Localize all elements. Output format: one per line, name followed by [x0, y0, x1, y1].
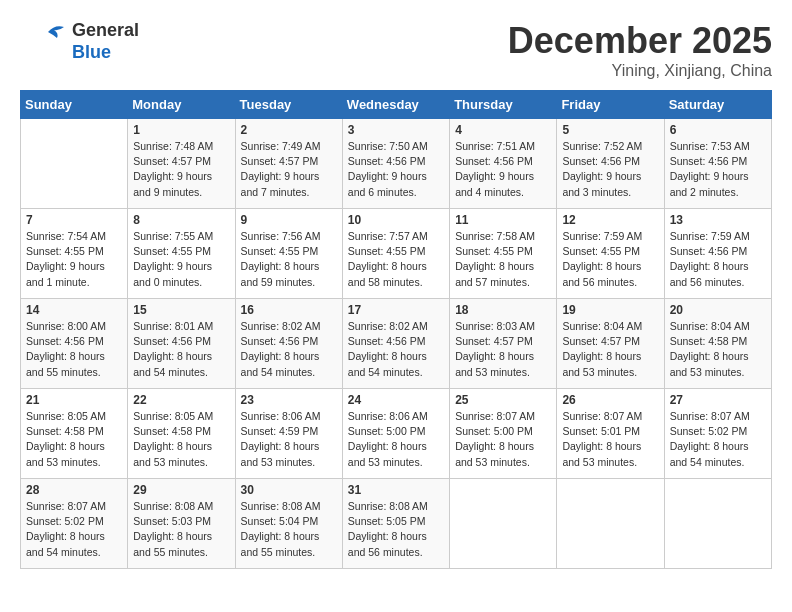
calendar-cell: 8Sunrise: 7:55 AM Sunset: 4:55 PM Daylig…: [128, 209, 235, 299]
day-number: 5: [562, 123, 658, 137]
calendar-cell: 22Sunrise: 8:05 AM Sunset: 4:58 PM Dayli…: [128, 389, 235, 479]
day-info: Sunrise: 7:59 AM Sunset: 4:56 PM Dayligh…: [670, 229, 766, 290]
calendar-cell: [664, 479, 771, 569]
day-number: 26: [562, 393, 658, 407]
calendar-cell: 11Sunrise: 7:58 AM Sunset: 4:55 PM Dayli…: [450, 209, 557, 299]
day-info: Sunrise: 7:55 AM Sunset: 4:55 PM Dayligh…: [133, 229, 229, 290]
calendar-cell: 4Sunrise: 7:51 AM Sunset: 4:56 PM Daylig…: [450, 119, 557, 209]
day-number: 19: [562, 303, 658, 317]
day-info: Sunrise: 8:03 AM Sunset: 4:57 PM Dayligh…: [455, 319, 551, 380]
weekday-header: Thursday: [450, 91, 557, 119]
weekday-header: Monday: [128, 91, 235, 119]
day-number: 24: [348, 393, 444, 407]
calendar-cell: 9Sunrise: 7:56 AM Sunset: 4:55 PM Daylig…: [235, 209, 342, 299]
calendar-cell: 23Sunrise: 8:06 AM Sunset: 4:59 PM Dayli…: [235, 389, 342, 479]
calendar-table: SundayMondayTuesdayWednesdayThursdayFrid…: [20, 90, 772, 569]
day-info: Sunrise: 7:58 AM Sunset: 4:55 PM Dayligh…: [455, 229, 551, 290]
calendar-cell: 14Sunrise: 8:00 AM Sunset: 4:56 PM Dayli…: [21, 299, 128, 389]
day-number: 17: [348, 303, 444, 317]
calendar-cell: 25Sunrise: 8:07 AM Sunset: 5:00 PM Dayli…: [450, 389, 557, 479]
day-info: Sunrise: 8:00 AM Sunset: 4:56 PM Dayligh…: [26, 319, 122, 380]
day-number: 16: [241, 303, 337, 317]
calendar-cell: 27Sunrise: 8:07 AM Sunset: 5:02 PM Dayli…: [664, 389, 771, 479]
day-info: Sunrise: 7:57 AM Sunset: 4:55 PM Dayligh…: [348, 229, 444, 290]
calendar-cell: 28Sunrise: 8:07 AM Sunset: 5:02 PM Dayli…: [21, 479, 128, 569]
calendar-cell: 18Sunrise: 8:03 AM Sunset: 4:57 PM Dayli…: [450, 299, 557, 389]
month-title: December 2025: [508, 20, 772, 62]
calendar-cell: 20Sunrise: 8:04 AM Sunset: 4:58 PM Dayli…: [664, 299, 771, 389]
day-number: 15: [133, 303, 229, 317]
calendar-cell: 6Sunrise: 7:53 AM Sunset: 4:56 PM Daylig…: [664, 119, 771, 209]
day-number: 12: [562, 213, 658, 227]
day-info: Sunrise: 8:04 AM Sunset: 4:58 PM Dayligh…: [670, 319, 766, 380]
day-number: 29: [133, 483, 229, 497]
logo-line1: General: [72, 20, 139, 42]
day-info: Sunrise: 8:05 AM Sunset: 4:58 PM Dayligh…: [133, 409, 229, 470]
calendar-cell: 2Sunrise: 7:49 AM Sunset: 4:57 PM Daylig…: [235, 119, 342, 209]
day-number: 6: [670, 123, 766, 137]
calendar-cell: 30Sunrise: 8:08 AM Sunset: 5:04 PM Dayli…: [235, 479, 342, 569]
calendar-cell: 10Sunrise: 7:57 AM Sunset: 4:55 PM Dayli…: [342, 209, 449, 299]
day-number: 8: [133, 213, 229, 227]
logo-container: General Blue: [20, 20, 139, 65]
calendar-cell: 31Sunrise: 8:08 AM Sunset: 5:05 PM Dayli…: [342, 479, 449, 569]
day-number: 23: [241, 393, 337, 407]
day-number: 20: [670, 303, 766, 317]
calendar-cell: 12Sunrise: 7:59 AM Sunset: 4:55 PM Dayli…: [557, 209, 664, 299]
day-number: 2: [241, 123, 337, 137]
logo: General Blue: [20, 20, 139, 65]
day-info: Sunrise: 7:48 AM Sunset: 4:57 PM Dayligh…: [133, 139, 229, 200]
day-number: 9: [241, 213, 337, 227]
day-info: Sunrise: 8:07 AM Sunset: 5:00 PM Dayligh…: [455, 409, 551, 470]
day-info: Sunrise: 8:07 AM Sunset: 5:01 PM Dayligh…: [562, 409, 658, 470]
calendar-cell: [450, 479, 557, 569]
day-number: 14: [26, 303, 122, 317]
day-number: 10: [348, 213, 444, 227]
day-number: 11: [455, 213, 551, 227]
calendar-cell: 24Sunrise: 8:06 AM Sunset: 5:00 PM Dayli…: [342, 389, 449, 479]
calendar-cell: 17Sunrise: 8:02 AM Sunset: 4:56 PM Dayli…: [342, 299, 449, 389]
day-info: Sunrise: 7:49 AM Sunset: 4:57 PM Dayligh…: [241, 139, 337, 200]
day-info: Sunrise: 7:53 AM Sunset: 4:56 PM Dayligh…: [670, 139, 766, 200]
calendar-cell: [557, 479, 664, 569]
weekday-header: Saturday: [664, 91, 771, 119]
day-info: Sunrise: 8:08 AM Sunset: 5:05 PM Dayligh…: [348, 499, 444, 560]
day-number: 7: [26, 213, 122, 227]
logo-bird-icon: [20, 20, 70, 65]
calendar-cell: 1Sunrise: 7:48 AM Sunset: 4:57 PM Daylig…: [128, 119, 235, 209]
day-info: Sunrise: 7:50 AM Sunset: 4:56 PM Dayligh…: [348, 139, 444, 200]
day-info: Sunrise: 8:07 AM Sunset: 5:02 PM Dayligh…: [670, 409, 766, 470]
day-number: 27: [670, 393, 766, 407]
calendar-cell: 26Sunrise: 8:07 AM Sunset: 5:01 PM Dayli…: [557, 389, 664, 479]
location: Yining, Xinjiang, China: [508, 62, 772, 80]
day-number: 28: [26, 483, 122, 497]
day-info: Sunrise: 8:02 AM Sunset: 4:56 PM Dayligh…: [348, 319, 444, 380]
calendar-cell: 13Sunrise: 7:59 AM Sunset: 4:56 PM Dayli…: [664, 209, 771, 299]
day-number: 22: [133, 393, 229, 407]
calendar-cell: 19Sunrise: 8:04 AM Sunset: 4:57 PM Dayli…: [557, 299, 664, 389]
day-info: Sunrise: 8:02 AM Sunset: 4:56 PM Dayligh…: [241, 319, 337, 380]
calendar-cell: [21, 119, 128, 209]
day-info: Sunrise: 7:59 AM Sunset: 4:55 PM Dayligh…: [562, 229, 658, 290]
calendar-header: SundayMondayTuesdayWednesdayThursdayFrid…: [21, 91, 772, 119]
day-info: Sunrise: 8:08 AM Sunset: 5:03 PM Dayligh…: [133, 499, 229, 560]
day-number: 25: [455, 393, 551, 407]
day-number: 31: [348, 483, 444, 497]
day-number: 13: [670, 213, 766, 227]
day-info: Sunrise: 8:06 AM Sunset: 4:59 PM Dayligh…: [241, 409, 337, 470]
calendar-cell: 15Sunrise: 8:01 AM Sunset: 4:56 PM Dayli…: [128, 299, 235, 389]
calendar-cell: 5Sunrise: 7:52 AM Sunset: 4:56 PM Daylig…: [557, 119, 664, 209]
logo-line2: Blue: [72, 42, 139, 64]
day-info: Sunrise: 8:01 AM Sunset: 4:56 PM Dayligh…: [133, 319, 229, 380]
day-info: Sunrise: 8:07 AM Sunset: 5:02 PM Dayligh…: [26, 499, 122, 560]
page-header: General Blue December 2025 Yining, Xinji…: [20, 20, 772, 80]
day-info: Sunrise: 7:54 AM Sunset: 4:55 PM Dayligh…: [26, 229, 122, 290]
day-info: Sunrise: 7:56 AM Sunset: 4:55 PM Dayligh…: [241, 229, 337, 290]
calendar-cell: 21Sunrise: 8:05 AM Sunset: 4:58 PM Dayli…: [21, 389, 128, 479]
day-info: Sunrise: 7:52 AM Sunset: 4:56 PM Dayligh…: [562, 139, 658, 200]
day-number: 18: [455, 303, 551, 317]
calendar-cell: 29Sunrise: 8:08 AM Sunset: 5:03 PM Dayli…: [128, 479, 235, 569]
day-number: 30: [241, 483, 337, 497]
day-info: Sunrise: 8:08 AM Sunset: 5:04 PM Dayligh…: [241, 499, 337, 560]
day-number: 21: [26, 393, 122, 407]
